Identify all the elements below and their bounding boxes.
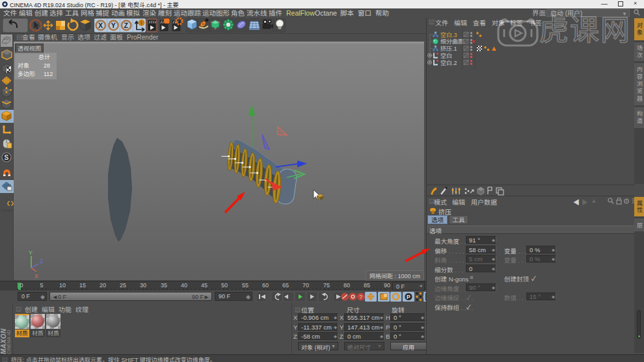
svg-text:Z: Z <box>124 21 128 29</box>
svg-text:×: × <box>472 38 476 45</box>
svg-text:X: X <box>98 21 103 29</box>
svg-text:空白.2: 空白.2 <box>440 60 457 66</box>
svg-text:挤压.1: 挤压.1 <box>440 45 457 52</box>
svg-text:细分曲面: 细分曲面 <box>440 38 464 45</box>
svg-text:Z: Z <box>40 258 44 265</box>
svg-text:Y: Y <box>29 250 33 256</box>
svg-text:S: S <box>5 154 9 161</box>
svg-text:?: ? <box>359 294 362 300</box>
svg-text:Y: Y <box>111 21 116 29</box>
svg-text:空白.3: 空白.3 <box>440 32 457 38</box>
svg-text:X: X <box>34 273 38 279</box>
svg-text:空白: 空白 <box>440 53 452 59</box>
svg-text:P: P <box>407 294 410 300</box>
